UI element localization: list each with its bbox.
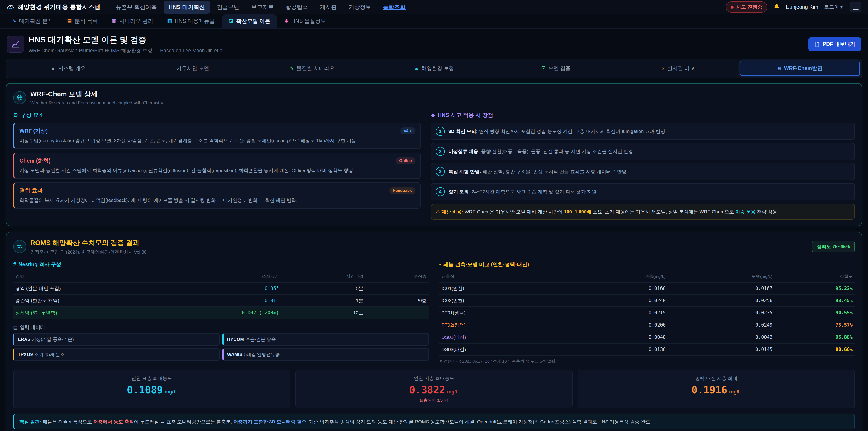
nesting-table-row: 상세역 (5개 무역항) 0.002°(~200m) 12초 [13,307,429,319]
cell-modeled: 0.0042 [666,335,772,340]
roms-card-subtitle: 김정운·이문진 외 (2024), 한국해양환경·안전학회지 Vol.30 [30,249,147,255]
subnav-item[interactable]: ◉ HNS 물질정보 [278,14,333,29]
stat-label: 인천 저층 최대농도 [301,375,567,381]
cell-time-step: 12초 [279,310,363,316]
page-header: HNS 대기확산 모델 이론 및 검증 WRF-Chem·Gaussian Pl… [0,29,868,59]
pdf-export-button[interactable]: PDF 내보내기 [808,37,861,51]
nav-item[interactable]: 게시판 [315,1,342,13]
cell-grid-size: 0.05° [174,286,279,291]
section-tab-icon: ≈ [171,65,174,71]
cell-accuracy: 75.57% [773,322,852,328]
section-tab-label: 물질별 시나리오 [297,65,334,72]
incident-status-badge[interactable]: 사고 진행중 [725,1,767,13]
model-component-card: 결합 효과 Feedback 화학물질의 복사 효과가 기상장에 되먹임(fee… [13,182,421,209]
observation-table-row: IC01(인천) 0.0160 0.0167 95.22% [439,282,855,295]
advantage-item: 2 비정상류 대응: 풍향 전환(해풍↔육풍), 돌풍, 전선 통과 등 시변 … [431,143,855,160]
nesting-table: 영역 격자크기 시간간격 수직층 광역 (일본·대만 포함) 0.05° 5분 [13,271,429,319]
cell-observed: 0.0200 [559,322,666,328]
stat-sub-note: 표층대비 3.5배↑ [301,398,567,403]
cell-observed: 0.0160 [559,286,666,291]
observation-table-header: 관측점 관측(mg/L) 모델(mg/L) 정확도 [439,271,855,282]
cell-modeled: 0.0235 [666,310,772,315]
wave-icon [13,240,26,253]
advantage-number-badge: 2 [436,147,445,156]
cell-observed: 0.0240 [559,298,666,303]
subnav-item-icon: ▤ [67,18,72,24]
wing-logo-icon [7,3,14,11]
observation-table-row: PT01(평택) 0.0215 0.0235 90.55% [439,307,855,319]
dataset-description: 5대강 일평균유량 [244,352,280,357]
section-tab[interactable]: ⚡ 실시간 비교 [618,61,738,76]
subnav-item-icon: ◉ [284,18,289,24]
advantage-item: 3 복잡 지형 반영: 해안 절벽, 항만 구조물, 인접 도시의 건물 효과를… [431,163,855,180]
section-tab[interactable]: ≈ 가우시안 모델 [130,61,250,76]
subnav-item-label: 시나리오 관리 [119,18,153,25]
component-name: WRF (기상) [20,127,48,134]
section-tab[interactable]: ☑ 모델 검증 [496,61,616,76]
model-component-card: Chem (화학) Online 기상 모델과 동일한 시간 스텝에서 화학종의… [13,153,421,179]
observation-table: 관측점 관측(mg/L) 모델(mg/L) 정확도 IC01(인천) 0.016… [439,271,855,356]
accuracy-badge: 정확도 75~95% [812,241,855,252]
advantages-section-title: ◆ HNS 사고 적용 시 장점 [431,112,855,119]
notification-bell-icon[interactable] [773,4,780,10]
cell-station: PT02(평택) [441,322,559,328]
obs-comparison-title: ▪ 페놀 관측-모델 비교 (인천·평택·대산) [439,261,855,268]
nav-item[interactable]: 유출유 확산예측 [111,1,162,13]
dataset-name: HYCOM [227,337,244,342]
cell-accuracy: 93.45% [773,298,852,303]
subnav-item[interactable]: ▤ 분석 목록 [61,14,104,29]
input-data-chip: ERA5기상(기압·풍속·기온) [13,333,220,345]
status-dot-icon [731,6,734,8]
cell-station: DS03(대산) [441,346,559,352]
section-tab[interactable]: ✎ 물질별 시나리오 [252,61,372,76]
section-tab-icon: ✎ [290,65,294,71]
document-icon [814,41,820,47]
section-tab[interactable]: ▲ 시스템 개요 [8,61,128,76]
nav-item[interactable]: 통합조회 [378,1,410,13]
concentration-stats: 인천 표층 최대농도 0.1089mg/L 인천 저층 최대농도 0.3822m… [13,370,855,408]
stat-card: 인천 표층 최대농도 0.1089mg/L [13,370,290,408]
section-tab-label: 실시간 비교 [667,65,694,72]
stat-value: 0.1089 [127,384,163,396]
advantage-title: 비정상류 대응: [448,149,481,154]
component-name: Chem (화학) [20,157,51,164]
dataset-name: TPXO9 [18,352,33,357]
stat-value: 0.1916 [691,384,727,396]
component-description: 비정수압(non-hydrostatic) 중규모 기상 모델. 3차원 바람장… [20,137,415,145]
subnav-item[interactable]: ▥ HNS 대응매뉴얼 [161,14,221,29]
subnav-item[interactable]: ◪ 확산모델 이론 [222,14,276,29]
nav-item[interactable]: 긴급구난 [212,1,244,13]
stat-value: 0.3822 [409,384,445,396]
cell-layers: 20층 [363,298,427,304]
nav-item[interactable]: HNS·대기확산 [164,1,210,13]
subnav-item[interactable]: ▣ 시나리오 관리 [105,14,160,29]
cell-modeled: 0.0145 [666,347,772,352]
cell-region: 광역 (일본·대만 포함) [16,285,174,291]
subnav-item-label: HNS 대응매뉴얼 [175,18,215,25]
advantage-number-badge: 4 [436,187,445,196]
input-data-title: ▤ 입력 데이터 [13,324,429,331]
nav-item[interactable]: 보고자료 [246,1,279,13]
menu-toggle-button[interactable] [850,2,861,12]
stat-unit: mg/L [447,389,459,395]
square-bullet-icon: ▪ [439,261,441,268]
nesting-table-header: 영역 격자크기 시간간격 수직층 [13,271,429,282]
app-logo[interactable]: 해양환경 위기대응 통합시스템 [7,3,100,11]
section-tab[interactable]: ⊕ WRF-Chem발전 [740,61,860,76]
logout-button[interactable]: 로그아웃 [824,4,844,10]
advantage-title: 복잡 지형 반영: [448,169,483,174]
advantage-title: 3D 확산 모의: [448,129,479,134]
nav-item[interactable]: 항공탐색 [281,1,313,13]
cell-accuracy: 95.22% [773,286,852,291]
database-icon: ▤ [13,325,18,330]
roms-validation-card: ROMS 해양확산 수치모의 검증 결과 김정운·이문진 외 (2024), 한… [6,232,862,431]
subnav-item-label: 대기확산 분석 [19,18,53,25]
roms-card-title: ROMS 해양확산 수치모의 검증 결과 [30,238,147,247]
stat-card: 평택·대산 저층 최대 0.1916mg/L [578,370,855,408]
advantage-item: 1 3D 확산 모의: 연직 방향 확산까지 포함한 정밀 농도장 계산. 고층… [431,123,855,140]
cell-station: IC01(인천) [441,285,559,291]
nav-item[interactable]: 기상정보 [344,1,376,13]
subnav-item[interactable]: ✎ 대기확산 분석 [6,14,59,29]
section-tab[interactable]: ☁ 해양환경 보정 [374,61,494,76]
cell-modeled: 0.0167 [666,286,772,291]
